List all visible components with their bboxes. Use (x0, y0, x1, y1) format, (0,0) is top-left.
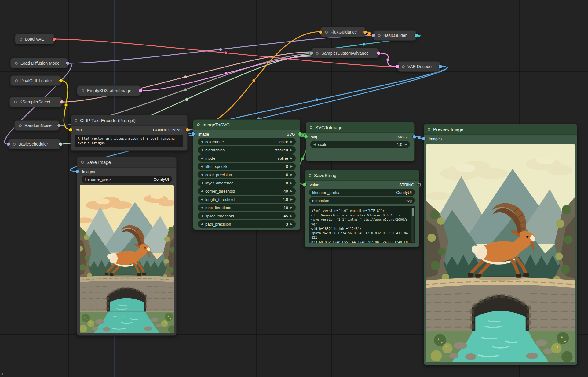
svg-output-port[interactable] (298, 132, 302, 136)
node-empty-sd3-latent-image[interactable]: EmptySD3LatentImage (77, 85, 141, 96)
node-random-noise[interactable]: RandomNoise (14, 120, 59, 131)
conditioning-output-port[interactable] (363, 31, 367, 34)
node-ksampler-select[interactable]: KSamplerSelect (9, 97, 62, 107)
wire-dot[interactable] (224, 51, 227, 54)
increment-arrow-icon[interactable]: ▶ (290, 206, 293, 209)
increment-arrow-icon[interactable]: ▶ (290, 149, 293, 151)
wire-dot[interactable] (362, 43, 365, 46)
collapse-dot-icon[interactable] (15, 79, 18, 82)
wire-dot[interactable] (252, 79, 255, 82)
collapse-dot-icon[interactable] (19, 124, 22, 127)
increment-arrow-icon[interactable]: ▶ (290, 173, 293, 176)
decrement-arrow-icon[interactable]: ◀ (201, 206, 203, 209)
collapse-dot-icon[interactable] (20, 38, 22, 41)
wire-dot[interactable] (184, 88, 187, 91)
wire-dot[interactable] (418, 136, 421, 139)
scroll-down-icon[interactable]: ⌄ (411, 240, 414, 243)
widget-max-iterations[interactable]: ◀ max_iterations 10 ▶ (198, 204, 296, 211)
prompt-textarea[interactable]: A flat vector art illustration of a goat… (75, 135, 183, 147)
widget-filename-prefix[interactable]: filename_prefix ComfyUI (309, 189, 415, 196)
widget-path-precision[interactable]: ◀ path_precision 3 ▶ (198, 220, 296, 228)
collapse-dot-icon[interactable] (15, 62, 18, 65)
node-save-image[interactable]: Save Image images filename_prefix ComfyU… (77, 157, 177, 336)
decrement-arrow-icon[interactable]: ◀ (201, 140, 203, 143)
decrement-arrow-icon[interactable]: ◀ (201, 157, 203, 160)
image-output-port[interactable] (439, 65, 442, 68)
wire-dot[interactable] (184, 75, 187, 78)
node-header[interactable]: ImageToSVG (193, 120, 300, 130)
widget-hierarchical[interactable]: ◀ hierarchical stacked ▶ (198, 146, 296, 154)
increment-arrow-icon[interactable]: ▶ (290, 198, 293, 201)
node-header[interactable]: Save Image (77, 157, 176, 168)
collapse-dot-icon[interactable] (402, 65, 405, 68)
model-input-port[interactable] (372, 34, 375, 37)
decrement-arrow-icon[interactable]: ◀ (201, 198, 203, 201)
widget-extension[interactable]: extension .svg (309, 197, 415, 204)
widget-splice-threshold[interactable]: ◀ splice_threshold 45 ▶ (198, 212, 296, 219)
wire-dot[interactable] (301, 157, 304, 160)
node-load-diffusion-model[interactable]: Load Diffusion Model (10, 58, 68, 68)
collapse-dot-icon[interactable] (378, 34, 381, 37)
widget-colormode[interactable]: ◀ colormode color ▶ (198, 138, 296, 145)
image-input-port[interactable] (192, 132, 195, 136)
images-input-port[interactable] (75, 170, 79, 173)
decrement-arrow-icon[interactable]: ◀ (201, 173, 203, 176)
node-svg-to-image[interactable]: SVGToImage svg IMAGE ◀ scale 1.0 ▶ (306, 122, 415, 161)
node-vae-decode[interactable]: VAE Decode (397, 61, 440, 72)
wire-dot[interactable] (315, 98, 318, 101)
increment-arrow-icon[interactable]: ▶ (405, 143, 407, 146)
decrement-arrow-icon[interactable]: ◀ (201, 149, 203, 151)
node-load-vae[interactable]: Load VAE (15, 34, 54, 44)
node-basic-guider[interactable]: BasicGuider (373, 30, 416, 41)
images-input-port[interactable] (422, 137, 425, 140)
increment-arrow-icon[interactable]: ▶ (290, 190, 293, 193)
decrement-arrow-icon[interactable]: ◀ (201, 165, 203, 168)
wire-dot[interactable] (219, 48, 222, 51)
node-dual-clip-loader[interactable]: DualCLIPLoader (10, 75, 61, 86)
collapse-dot-icon[interactable] (82, 89, 84, 92)
decrement-arrow-icon[interactable]: ◀ (313, 143, 316, 146)
increment-arrow-icon[interactable]: ▶ (290, 182, 293, 184)
node-graph-canvas[interactable]: Load VAE Load Diffusion Model DualCLIPLo… (0, 0, 588, 377)
collapse-dot-icon[interactable] (310, 126, 312, 129)
decrement-arrow-icon[interactable]: ◀ (201, 182, 203, 184)
increment-arrow-icon[interactable]: ▶ (290, 140, 293, 143)
node-header[interactable]: SaveString (305, 170, 419, 181)
noise-output-port[interactable] (57, 124, 61, 127)
wire-dot[interactable] (368, 32, 371, 35)
collapse-dot-icon[interactable] (316, 52, 319, 55)
scrollbar-thumb[interactable] (412, 208, 414, 216)
guider-output-port[interactable] (415, 34, 418, 37)
node-flux-guidance[interactable]: FluxGuidance (320, 27, 365, 37)
node-header[interactable]: CLIP Text Encode (Prompt) (71, 115, 187, 126)
collapse-dot-icon[interactable] (75, 119, 77, 122)
wire-dot[interactable] (64, 103, 68, 107)
model-output-port[interactable] (66, 62, 69, 65)
decrement-arrow-icon[interactable]: ◀ (201, 215, 203, 217)
collapse-dot-icon[interactable] (81, 161, 84, 164)
increment-arrow-icon[interactable]: ▶ (290, 157, 293, 160)
decrement-arrow-icon[interactable]: ◀ (201, 190, 203, 193)
wire-dot[interactable] (386, 58, 389, 61)
node-header[interactable]: Preview Image (424, 124, 577, 135)
node-header[interactable]: SVGToImage (306, 122, 414, 133)
clip-output-port[interactable] (59, 79, 63, 82)
collapse-dot-icon[interactable] (325, 31, 328, 34)
latent-output-port[interactable] (377, 52, 380, 55)
svg-input-port[interactable] (304, 135, 308, 139)
model-input-port[interactable] (7, 143, 10, 146)
decrement-arrow-icon[interactable]: ◀ (201, 223, 203, 226)
widget-corner-threshold[interactable]: ◀ corner_threshold 40 ▶ (198, 187, 296, 195)
collapse-dot-icon[interactable] (14, 101, 17, 103)
node-basic-scheduler[interactable]: BasicScheduler (8, 139, 61, 149)
collapse-dot-icon[interactable] (428, 128, 430, 131)
node-image-to-svg[interactable]: ImageToSVG image SVG ◀ colormode color ▶… (193, 119, 300, 230)
widget-filename-prefix[interactable]: filename_prefix ComfyUI (82, 176, 172, 183)
collapse-dot-icon[interactable] (13, 143, 16, 146)
multi-input-port[interactable] (310, 52, 313, 55)
node-save-string[interactable]: SaveString value STRING filename_prefix … (305, 170, 419, 247)
image-output-port[interactable] (413, 135, 416, 139)
collapse-dot-icon[interactable] (197, 123, 200, 126)
vae-output-port[interactable] (53, 38, 56, 41)
widget-color-precision[interactable]: ◀ color_precision 6 ▶ (198, 171, 296, 178)
